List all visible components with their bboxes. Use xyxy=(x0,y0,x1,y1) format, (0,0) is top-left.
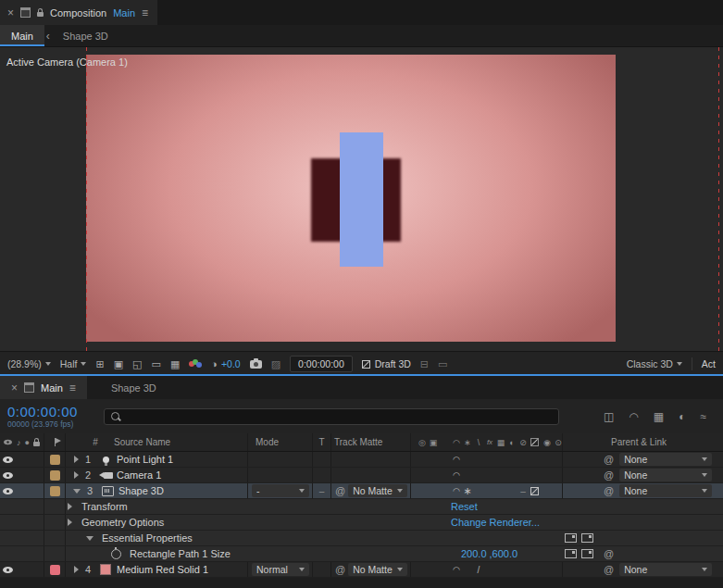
column-source-name[interactable]: Source Name xyxy=(114,437,170,447)
size-x-value[interactable]: 200.0 xyxy=(461,548,487,559)
tab-scroll-chevron[interactable] xyxy=(44,25,52,46)
timeline-tab-main[interactable]: Main xyxy=(0,376,87,399)
pickwhip-icon[interactable] xyxy=(604,454,614,465)
region-of-interest-icon[interactable]: ◱ xyxy=(132,358,142,370)
parent-dropdown[interactable]: None xyxy=(619,563,712,576)
visibility-toggle[interactable] xyxy=(3,457,13,463)
essential-graphics-icon[interactable] xyxy=(581,549,593,558)
timecode-field[interactable]: 0:00:00:00 xyxy=(290,356,353,372)
frame-info: 00000 (23.976 fps) xyxy=(7,419,104,429)
property-row[interactable]: Geometry Options Change Renderer... xyxy=(0,515,723,531)
ground-plane-icon[interactable]: ⊟ xyxy=(420,358,429,370)
label-color[interactable] xyxy=(50,470,60,481)
frame-blending-icon[interactable]: ▦ xyxy=(654,410,664,423)
graph-editor-icon[interactable]: ≈ xyxy=(700,410,706,423)
exposure-control[interactable]: ◑ +0.0 xyxy=(211,358,240,369)
draft-3d-button[interactable]: Draft 3D xyxy=(362,358,411,369)
timeline-tab-shape3d[interactable]: Shape 3D xyxy=(100,376,168,399)
exposure-value[interactable]: +0.0 xyxy=(221,358,241,369)
magnification-dropdown[interactable]: (28.9%) xyxy=(7,358,51,369)
label-color[interactable] xyxy=(50,565,60,575)
essential-graphics-icon[interactable] xyxy=(565,549,577,558)
pickwhip-icon[interactable] xyxy=(604,548,614,559)
guide-line xyxy=(86,47,87,351)
adjustment-layer-toggle[interactable] xyxy=(517,483,529,498)
parent-dropdown[interactable]: None xyxy=(619,484,712,497)
show-snapshot-icon[interactable]: ▨ xyxy=(271,358,280,370)
essential-graphics-icon[interactable] xyxy=(581,533,593,543)
preserve-transparency-toggle[interactable] xyxy=(319,486,325,496)
panel-menu-icon[interactable] xyxy=(142,6,148,19)
essential-graphics-icon[interactable] xyxy=(565,533,577,543)
collapse-transformations-icon[interactable] xyxy=(462,483,473,498)
transparency-grid-icon[interactable]: ▦ xyxy=(170,358,180,370)
shy-icon[interactable] xyxy=(451,483,462,498)
shape-layer-rectangle[interactable] xyxy=(340,132,383,267)
layer-search-box[interactable] xyxy=(104,408,559,425)
visibility-toggle[interactable] xyxy=(3,472,13,479)
reset-link[interactable]: Reset xyxy=(451,499,478,514)
expand-arrow-icon[interactable] xyxy=(68,519,72,526)
collapse-arrow-icon[interactable] xyxy=(86,536,93,541)
resolution-dropdown[interactable]: Half xyxy=(60,358,87,369)
property-row[interactable]: Rectangle Path 1 Size 200.0 , 600.0 xyxy=(0,546,723,562)
panel-menu-icon[interactable] xyxy=(69,382,76,394)
layer-row[interactable]: 3 Shape 3D - No Matte xyxy=(0,483,723,499)
shy-layers-icon[interactable]: ◠ xyxy=(629,410,638,423)
size-y-value[interactable]: 600.0 xyxy=(492,548,518,559)
composition-viewport[interactable]: Active Camera (Camera 1) xyxy=(0,47,723,351)
grid-guides-icon[interactable]: ⊞ xyxy=(95,358,104,370)
track-matte-dropdown[interactable]: No Matte xyxy=(348,484,407,497)
matte-pickwhip-icon[interactable] xyxy=(335,564,345,575)
shy-icon[interactable] xyxy=(451,468,462,482)
column-parent-link[interactable]: Parent & Link xyxy=(611,437,667,447)
extended-viewer-icon[interactable]: ▭ xyxy=(438,358,447,370)
composition-panel-tab[interactable]: Composition Main xyxy=(0,0,157,25)
visibility-toggle[interactable] xyxy=(3,488,13,494)
composition-canvas[interactable] xyxy=(86,55,616,342)
property-row[interactable]: Transform Reset xyxy=(0,499,723,515)
blend-mode-dropdown[interactable]: - xyxy=(252,484,309,497)
renderer-dropdown[interactable]: Classic 3D xyxy=(627,358,682,369)
visibility-toggle[interactable] xyxy=(3,567,13,573)
collapse-arrow-icon[interactable] xyxy=(73,489,81,494)
track-matte-dropdown[interactable]: No Matte xyxy=(348,563,407,576)
layer-row[interactable]: 2 Camera 1 None xyxy=(0,468,723,483)
shy-icon[interactable] xyxy=(451,452,462,467)
property-row[interactable]: Essential Properties xyxy=(0,531,723,546)
quality-toggle[interactable] xyxy=(473,562,484,577)
shy-icon[interactable] xyxy=(451,562,462,577)
view-layout-icon[interactable]: ▭ xyxy=(151,358,160,370)
search-input[interactable] xyxy=(125,410,552,423)
viewer-tab-shape3d[interactable]: Shape 3D xyxy=(52,25,119,46)
current-time-display[interactable]: 0:00:00:00 xyxy=(7,405,104,419)
motion-blur-icon[interactable]: ◐ xyxy=(679,410,685,423)
blend-mode-dropdown[interactable]: Normal xyxy=(252,563,309,576)
layer-row[interactable]: 4 Medium Red Solid 1 Normal No Matte xyxy=(0,562,723,578)
pickwhip-icon[interactable] xyxy=(604,485,614,496)
show-channel-icon[interactable] xyxy=(189,359,202,369)
change-renderer-link[interactable]: Change Renderer... xyxy=(451,515,540,530)
parent-dropdown[interactable]: None xyxy=(619,453,712,466)
chevron-down-icon xyxy=(702,568,707,571)
3d-layer-toggle[interactable] xyxy=(529,483,540,498)
pickwhip-icon[interactable] xyxy=(604,469,614,481)
layer-row[interactable]: 1 Point Light 1 None xyxy=(0,452,723,468)
take-snapshot-icon[interactable] xyxy=(250,360,262,369)
view-dropdown[interactable]: Act xyxy=(702,358,716,369)
mask-toggle-icon[interactable]: ▣ xyxy=(114,358,123,370)
viewer-tab-main[interactable]: Main xyxy=(0,25,44,46)
pickwhip-icon[interactable] xyxy=(604,564,614,575)
column-track-matte[interactable]: Track Matte xyxy=(331,433,411,451)
column-mode[interactable]: Mode xyxy=(248,433,313,451)
label-color[interactable] xyxy=(50,455,60,465)
close-icon[interactable] xyxy=(7,6,14,19)
expand-arrow-icon[interactable] xyxy=(68,503,72,510)
label-color[interactable] xyxy=(50,486,60,496)
mini-flowchart-icon[interactable]: ◫ xyxy=(604,410,614,423)
lock-icon[interactable] xyxy=(37,12,44,17)
close-icon[interactable] xyxy=(11,382,18,394)
matte-pickwhip-icon[interactable] xyxy=(335,485,345,496)
parent-dropdown[interactable]: None xyxy=(619,469,712,482)
stopwatch-icon[interactable] xyxy=(111,549,121,559)
